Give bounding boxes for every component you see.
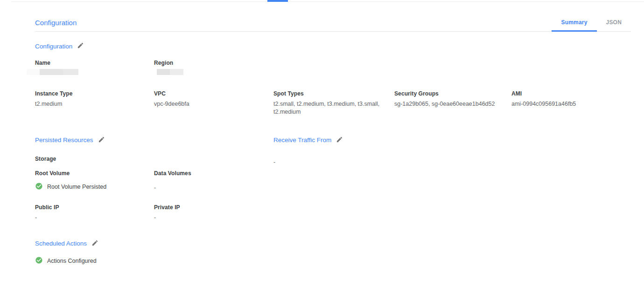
persisted-resources-section: Persisted Resources Storage Root Volume …	[35, 136, 273, 222]
scheduled-actions-status: Actions Configured	[35, 256, 644, 266]
field-private-ip: Private IP -	[154, 204, 273, 222]
field-name-label: Name	[35, 60, 154, 66]
edit-pencil-icon	[98, 136, 105, 144]
field-data-volumes-label: Data Volumes	[154, 170, 273, 177]
redacted-name-value	[27, 69, 78, 75]
edit-pencil-icon	[91, 239, 98, 248]
check-circle-icon	[35, 256, 43, 266]
field-region: Region	[154, 60, 644, 75]
receive-traffic-from-heading: Receive Traffic From	[273, 136, 644, 144]
page-header: Configuration Summary JSON	[35, 0, 631, 32]
persisted-resources-heading-link[interactable]: Persisted Resources	[35, 137, 93, 144]
config-row-identity: Name Region	[35, 60, 644, 75]
field-public-ip-value: -	[35, 214, 154, 222]
field-data-volumes-value: -	[154, 184, 273, 192]
root-volume-status-text: Root Volume Persisted	[47, 184, 106, 190]
tab-bar: Summary JSON	[552, 19, 631, 31]
field-root-volume: Root Volume Root Volume Persisted	[35, 170, 154, 192]
field-ami-label: AMI	[511, 90, 644, 97]
redacted-region-value	[157, 69, 183, 75]
field-spot-types-label: Spot Types	[273, 90, 394, 97]
field-spot-types-value: t2.small, t2.medium, t3.medium, t3.small…	[273, 100, 384, 116]
scheduled-actions-heading: Scheduled Actions	[35, 239, 644, 248]
edit-persisted-resources-button[interactable]	[98, 136, 105, 144]
configuration-heading-link[interactable]: Configuration	[35, 43, 72, 50]
top-divider-line	[11, 1, 644, 2]
field-vpc: VPC vpc-9dee6bfa	[154, 90, 273, 116]
page-title: Configuration	[35, 19, 77, 31]
main-content: Configuration Name Region Instance Type …	[0, 42, 644, 266]
field-instance-type: Instance Type t2.medium	[35, 90, 154, 116]
field-security-groups-value: sg-1a29b065, sg-0eae60eeae1b46d52	[394, 100, 511, 108]
field-ami-value: ami-0994c095691a46fb5	[511, 100, 644, 108]
receive-traffic-from-value: -	[273, 158, 644, 166]
volumes-row: Root Volume Root Volume Persisted Data V…	[35, 170, 273, 192]
field-public-ip: Public IP -	[35, 204, 154, 222]
field-public-ip-label: Public IP	[35, 204, 154, 211]
scheduled-actions-status-text: Actions Configured	[47, 258, 97, 264]
top-active-tab-indicator[interactable]	[267, 0, 288, 2]
field-region-label: Region	[154, 60, 644, 66]
storage-subheading: Storage	[35, 156, 273, 162]
edit-pencil-icon	[336, 136, 343, 144]
field-private-ip-value: -	[154, 214, 273, 222]
root-volume-status: Root Volume Persisted	[35, 182, 154, 192]
field-spot-types: Spot Types t2.small, t2.medium, t3.mediu…	[273, 90, 394, 116]
field-instance-type-value: t2.medium	[35, 100, 154, 108]
ips-row: Public IP - Private IP -	[35, 204, 273, 222]
receive-traffic-from-heading-link[interactable]: Receive Traffic From	[273, 137, 331, 144]
scheduled-actions-section: Scheduled Actions Actions Configured	[35, 239, 644, 266]
field-security-groups-label: Security Groups	[394, 90, 511, 97]
receive-traffic-from-section: Receive Traffic From -	[273, 136, 644, 222]
field-instance-type-label: Instance Type	[35, 90, 154, 97]
field-vpc-label: VPC	[154, 90, 273, 97]
tab-json[interactable]: JSON	[597, 19, 631, 31]
edit-receive-traffic-button[interactable]	[336, 136, 343, 144]
field-private-ip-label: Private IP	[154, 204, 273, 211]
field-vpc-value: vpc-9dee6bfa	[154, 100, 273, 108]
field-security-groups: Security Groups sg-1a29b065, sg-0eae60ee…	[394, 90, 511, 116]
persisted-resources-heading: Persisted Resources	[35, 136, 273, 144]
configuration-section-heading: Configuration	[35, 42, 644, 50]
field-data-volumes: Data Volumes -	[154, 170, 273, 192]
scheduled-actions-heading-link[interactable]: Scheduled Actions	[35, 240, 87, 247]
field-name: Name	[35, 60, 154, 75]
tab-summary[interactable]: Summary	[552, 19, 596, 31]
field-ami: AMI ami-0994c095691a46fb5	[511, 90, 644, 116]
config-row-compute: Instance Type t2.medium VPC vpc-9dee6bfa…	[35, 90, 644, 116]
edit-pencil-icon	[77, 42, 84, 50]
edit-scheduled-actions-button[interactable]	[91, 239, 98, 248]
check-circle-icon	[35, 182, 43, 192]
field-root-volume-label: Root Volume	[35, 170, 154, 177]
edit-configuration-button[interactable]	[77, 42, 84, 50]
